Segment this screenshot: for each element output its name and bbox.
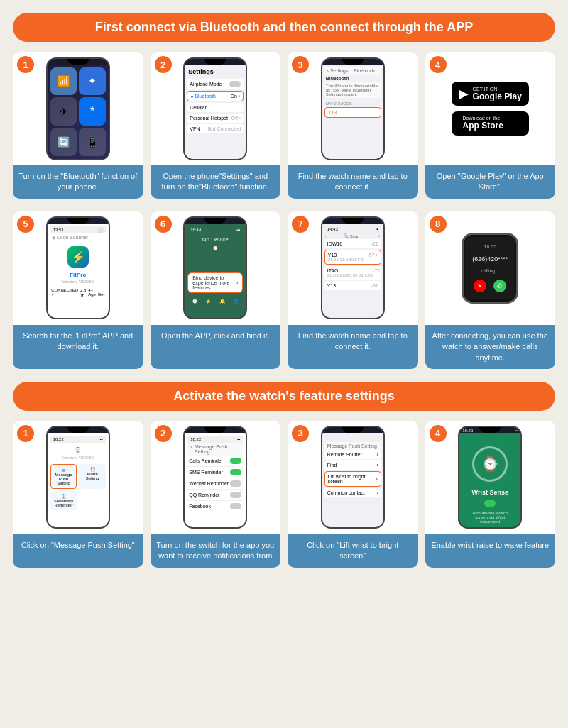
time-label: 13:51 — [53, 228, 64, 232]
step5-desc: Search for the "FitPro" APP and download… — [13, 325, 143, 369]
google-play-btn[interactable]: ▶ GET IT ON Google Play — [452, 82, 529, 106]
step8-image: 8 10:05 (626)420**** calling... ✕ ✆ — [425, 211, 556, 325]
qq-label: QQ Reminder — [189, 492, 219, 497]
find-row: Find › — [324, 460, 381, 470]
step5-phone: 13:51 ⬜ ◈ Code Scanner ⚡ FitPro Version:… — [46, 216, 110, 319]
bluetooth-label: ● Bluetooth — [190, 94, 216, 99]
sec2-step2-image: 2 18:22 ▪▪ ‹ Message Push Setting Calls … — [151, 421, 281, 534]
settings-title: Settings — [187, 67, 244, 77]
step6-image: 6 16:44 ▪▪▪ No Device ⌚ Bind device to e… — [151, 211, 281, 325]
accept-btn[interactable]: ✆ — [493, 280, 506, 292]
wrist-toggle[interactable] — [484, 500, 496, 507]
itao-name: ITAO — [327, 268, 373, 273]
phone-notch-3 — [342, 59, 364, 65]
app-store-btn[interactable]: Download on the App Store — [452, 111, 529, 135]
fitpro-screen: 13:51 ⬜ ◈ Code Scanner ⚡ FitPro Version:… — [48, 224, 109, 318]
msg-push-nav: Message Push Setting — [327, 443, 377, 448]
step1-desc: Turn on the "Bluetooth" function of your… — [13, 165, 143, 199]
no-device-label: No Device — [187, 236, 243, 243]
step7-image: 7 14:43 ▪▪ ‹ 🔍 Scan ✓ — [288, 211, 418, 325]
stat-download: ↓Get — [98, 288, 105, 297]
alarm-menu-item[interactable]: ⏰ Alarm Setting — [79, 464, 106, 489]
sms-toggle[interactable] — [230, 469, 241, 475]
alarm-label: Alarm Setting — [82, 472, 103, 480]
sed-icon: 🚶 — [53, 494, 75, 499]
decline-btn[interactable]: ✕ — [474, 280, 486, 292]
qq-row: QQ Reminder — [187, 490, 243, 501]
msg-icon: ✉ — [54, 468, 74, 473]
fitpro-name: FitPro — [50, 272, 106, 278]
icon2: ⚡ — [205, 299, 212, 304]
code-scanner-label: ◈ Code Scanner — [50, 233, 106, 242]
sec2-step1-number: 1 — [17, 425, 34, 442]
step7-desc: Find the watch name and tap to connect i… — [288, 325, 418, 369]
wechat-toggle[interactable] — [230, 480, 241, 487]
itao-info: ITAO 21:AS:B6:E5:09:01:9:00 — [327, 268, 373, 277]
stat-4plus: 4+Age — [88, 288, 96, 297]
bottom-icons-6: ⌚ ⚡ 🔔 👤 — [187, 299, 243, 304]
status-bar-s21: 18:22 ▪▪ — [50, 436, 106, 443]
wechat-label: Wechat Reminder — [189, 481, 229, 486]
signal-s22: ▪▪ — [237, 437, 240, 441]
sedentary-menu-item[interactable]: 🚶 Sedentary Reminder — [50, 491, 77, 510]
watch-icon-6: ⌚ — [187, 246, 243, 251]
y13-rssi: -57 › — [367, 253, 377, 262]
bt-icon: ✦ — [79, 67, 106, 96]
step3-image: 3 ‹ Settings Bluetooth Bluetooth This iP… — [288, 52, 418, 165]
status-bar-7: 14:43 ▪▪ — [324, 226, 381, 233]
phone-notch-2 — [204, 59, 226, 65]
nav-s23: Message Push Setting — [324, 442, 381, 450]
google-play-text: GET IT ON Google Play — [473, 87, 522, 101]
cellular-row: Cellular — [187, 103, 244, 112]
bluetooth-status: On › — [231, 94, 241, 99]
google-play-label: Google Play — [473, 92, 522, 101]
alarm-icon: ⏰ — [82, 467, 103, 472]
wifi-icon: 📶 — [50, 67, 77, 96]
time-s22: 18:22 — [190, 437, 201, 441]
step2-phone: Settings Airplane Mode ● Bluetooth On › … — [183, 57, 247, 160]
common-contact-label: Common contact — [327, 490, 365, 495]
section1-banner-text: First connect via Bluetooth and then con… — [95, 20, 473, 34]
y13-rssi2: -97 — [371, 283, 378, 288]
lift-wrist-row-item[interactable]: Lift wrist to bright screen › — [324, 471, 381, 487]
step6-phone: 16:44 ▪▪▪ No Device ⌚ Bind device to exp… — [183, 216, 247, 319]
y13-info2: Y13 — [327, 283, 336, 288]
step-card-6: 6 16:44 ▪▪▪ No Device ⌚ Bind device to e… — [151, 211, 281, 369]
step6-desc: Open the APP, click and bind it. — [151, 325, 281, 369]
time-s21: 18:22 — [53, 437, 64, 441]
status-bar-s23 — [324, 435, 381, 442]
calls-label: Calls Reminder — [189, 458, 223, 463]
back-btn[interactable]: ‹ — [325, 233, 327, 238]
qq-toggle[interactable] — [230, 492, 241, 498]
itao-row: ITAO 21:AS:B6:E5:09:01:9:00 -72 — [324, 266, 381, 280]
sec2-step-card-4: 4 18:23 ▪▪ ⌚ Wrist Sense — [425, 421, 556, 568]
sec2-step3-phone: Message Push Setting Remote Shutter › Fi… — [321, 426, 385, 529]
stat-connected: CONNECTED● — [51, 288, 78, 297]
step5-screen: 13:51 ⬜ ◈ Code Scanner ⚡ FitPro Version:… — [48, 224, 109, 318]
hotspot-label: Personal Hotspot — [190, 116, 228, 121]
step7-screen: 14:43 ▪▪ ‹ 🔍 Scan ✓ IDW16 -21 — [322, 224, 383, 318]
battery-label: ⬜ — [98, 228, 103, 233]
calls-toggle[interactable] — [230, 458, 241, 464]
sec2-step3-screen: Message Push Setting Remote Shutter › Fi… — [322, 433, 383, 527]
msg-label: Message Push Setting — [54, 473, 74, 485]
wrist-sense-label: Wrist Sense — [472, 489, 508, 496]
msg-push-title: Message Push Setting — [195, 444, 240, 454]
msg-push-menu-item[interactable]: ✉ Message Push Setting — [50, 464, 77, 489]
sec2-step4-image: 4 18:23 ▪▪ ⌚ Wrist Sense — [425, 421, 556, 534]
phone-notch-s2-2 — [204, 427, 226, 433]
bind-text: Bind device to experience more features — [192, 275, 236, 290]
get-it-on-label: GET IT ON — [473, 87, 522, 92]
idw16-row: IDW16 -21 — [324, 239, 381, 248]
sec2-step4-phone: 18:23 ▪▪ ⌚ Wrist Sense Activate the — [458, 426, 522, 529]
scan-title: 🔍 Scan — [344, 233, 359, 238]
app-store-label: App Store — [463, 121, 503, 131]
signal-7: ▪▪ — [375, 227, 378, 231]
remote-arrow: › — [376, 452, 378, 457]
scan-header: ‹ 🔍 Scan ✓ — [324, 233, 381, 239]
facebook-toggle[interactable] — [230, 503, 241, 509]
nav-s22: ‹ Message Push Setting — [187, 443, 243, 456]
watch-icon-s21: ⌚ — [50, 447, 106, 453]
call-buttons: ✕ ✆ — [474, 280, 506, 292]
step8-number: 8 — [430, 216, 447, 233]
